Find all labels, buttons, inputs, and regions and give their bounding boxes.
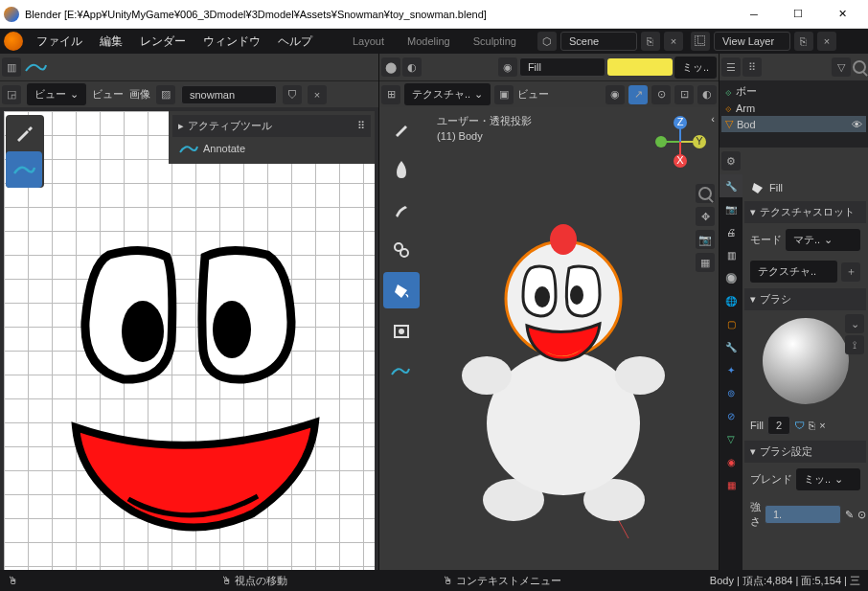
- clone-tool[interactable]: [383, 232, 420, 268]
- 3d-viewport[interactable]: ユーザー・透視投影 (11) Body Z Y X: [379, 107, 719, 591]
- pressure-icon[interactable]: ✎: [845, 509, 854, 521]
- layers-icon[interactable]: ▣: [494, 85, 514, 104]
- image-name-field[interactable]: snowman: [181, 85, 277, 104]
- tab-constraint[interactable]: ⊘: [720, 404, 742, 427]
- draw-tool[interactable]: [383, 111, 420, 148]
- image-browse-icon[interactable]: ▨: [156, 85, 175, 104]
- scene-name[interactable]: Scene: [560, 32, 637, 51]
- search-icon[interactable]: [853, 60, 866, 74]
- annotate-tool-vp[interactable]: [383, 352, 420, 389]
- tab-tool[interactable]: 🔧: [720, 174, 742, 197]
- link-icon[interactable]: ⊙: [857, 509, 866, 521]
- uv-image-menu[interactable]: 画像: [129, 87, 150, 102]
- pan-icon[interactable]: ✥: [696, 207, 715, 226]
- menu-render[interactable]: レンダー: [132, 30, 194, 54]
- tab-scene[interactable]: 🔘: [720, 266, 742, 289]
- tab-data[interactable]: ▽: [720, 427, 742, 450]
- viewport-mode-icon[interactable]: ◐: [402, 57, 422, 77]
- brush-menu-icon[interactable]: ⌄: [845, 314, 864, 333]
- uv-view-dropdown[interactable]: ビュー ⌄: [27, 83, 86, 105]
- tab-object[interactable]: ▢: [720, 312, 742, 335]
- outliner-editor-icon[interactable]: ☰: [721, 57, 741, 77]
- outliner-bone[interactable]: ⟐ボー: [721, 82, 866, 101]
- scene-delete-icon[interactable]: ×: [664, 32, 683, 51]
- tab-world[interactable]: 🌐: [720, 289, 742, 312]
- outliner-body[interactable]: ▽Bod👁: [721, 116, 866, 132]
- camera-icon[interactable]: 📷: [696, 230, 715, 249]
- tab-texture[interactable]: ▦: [720, 473, 742, 496]
- brush-browse-icon[interactable]: ◉: [498, 57, 517, 77]
- sample-tool[interactable]: [6, 115, 42, 151]
- tab-output[interactable]: 🖨: [720, 220, 742, 243]
- scene-new-icon[interactable]: ⎘: [641, 32, 660, 51]
- browse-scene-icon[interactable]: ⬡: [537, 32, 557, 51]
- menu-window[interactable]: ウィンドウ: [195, 30, 268, 54]
- perspective-icon[interactable]: ▦: [696, 253, 715, 272]
- add-texture-icon[interactable]: ＋: [841, 262, 860, 282]
- outliner[interactable]: ⟐ボー ⟐Arm ▽Bod👁: [720, 80, 868, 148]
- minimize-button[interactable]: ─: [732, 0, 776, 29]
- viewlayer-new-icon[interactable]: ⎘: [794, 32, 813, 51]
- active-tool-header[interactable]: ▸ アクティブツール⠿: [172, 115, 371, 137]
- maximize-button[interactable]: ☐: [776, 0, 820, 29]
- tab-modifier[interactable]: 🔧: [720, 335, 742, 358]
- brush-settings-header[interactable]: ▾ ブラシ設定: [744, 441, 866, 463]
- strength-value[interactable]: 1.: [765, 505, 841, 524]
- tab-particles[interactable]: ✦: [720, 358, 742, 381]
- outliner-arm[interactable]: ⟐Arm: [721, 101, 866, 116]
- outliner-display-icon[interactable]: ⠿: [742, 57, 762, 77]
- mask-tool[interactable]: [383, 312, 420, 349]
- smear-tool[interactable]: [383, 192, 420, 228]
- shading-icon[interactable]: ◐: [697, 85, 717, 104]
- editor-type-icon[interactable]: ▥: [2, 57, 21, 77]
- viewport-view-menu[interactable]: ビュー: [517, 87, 549, 102]
- image-unlink-icon[interactable]: ×: [308, 85, 327, 104]
- xray-icon[interactable]: ⊡: [674, 85, 694, 104]
- viewlayer-name[interactable]: View Layer: [714, 32, 790, 51]
- fill-count[interactable]: 2: [767, 416, 790, 435]
- brush-pin-icon[interactable]: ⟟: [845, 335, 864, 354]
- copy-icon[interactable]: ⎘: [809, 420, 815, 431]
- uv-canvas[interactable]: ▸ アクティブツール⠿ Annotate ⤢ ✋: [4, 111, 375, 587]
- soften-tool[interactable]: [383, 151, 420, 188]
- browse-viewlayer-icon[interactable]: ⿺: [691, 32, 710, 51]
- blender-icon[interactable]: [4, 32, 23, 51]
- tab-material[interactable]: ◉: [720, 450, 742, 473]
- texture-slot-header[interactable]: ▾ テクスチャスロット: [744, 201, 866, 223]
- overlay-icon[interactable]: ◉: [605, 85, 625, 104]
- overlay2-icon[interactable]: ⊙: [651, 85, 671, 104]
- stroke-icon[interactable]: [23, 57, 48, 77]
- viewport-corner-icon[interactable]: ⊞: [381, 85, 400, 104]
- unlink-icon[interactable]: ×: [819, 420, 825, 431]
- filter-icon[interactable]: ▽: [832, 57, 851, 77]
- tab-layout[interactable]: Layout: [341, 31, 396, 52]
- tab-physics[interactable]: ⊚: [720, 381, 742, 404]
- props-editor-icon[interactable]: ⚙: [721, 151, 741, 170]
- zoom-icon[interactable]: [696, 184, 715, 203]
- menu-help[interactable]: ヘルプ: [270, 30, 320, 54]
- annotate-row[interactable]: Annotate: [172, 137, 371, 160]
- gizmo-icon[interactable]: ↗: [628, 85, 648, 104]
- tab-render[interactable]: 📷: [720, 197, 742, 220]
- shield-icon[interactable]: ⛉: [283, 85, 302, 104]
- tab-modeling[interactable]: Modeling: [396, 31, 462, 52]
- tab-viewlayer[interactable]: ▥: [720, 243, 742, 266]
- viewport-editor-icon[interactable]: ⬤: [381, 57, 400, 77]
- brush-name[interactable]: Fill: [519, 57, 605, 77]
- tab-sculpting[interactable]: Sculpting: [462, 31, 528, 52]
- texture-dropdown[interactable]: テクスチャ..: [750, 261, 837, 283]
- texture-paint-dropdown[interactable]: テクスチャ.. ⌄: [404, 83, 491, 105]
- annotate-tool[interactable]: [6, 151, 42, 188]
- mode-dropdown[interactable]: マテ.. ⌄: [786, 229, 860, 251]
- collapse-icon[interactable]: ‹: [711, 113, 715, 125]
- uv-corner-icon[interactable]: ◲: [2, 85, 21, 104]
- uv-view-menu[interactable]: ビュー: [92, 87, 124, 102]
- brush-header[interactable]: ▾ ブラシ: [744, 288, 866, 310]
- close-button[interactable]: ✕: [820, 0, 864, 29]
- mix-dropdown[interactable]: ミッ..: [674, 57, 717, 79]
- menu-edit[interactable]: 編集: [92, 30, 130, 54]
- menu-file[interactable]: ファイル: [29, 30, 90, 54]
- fill-tool[interactable]: [383, 272, 420, 308]
- viewlayer-delete-icon[interactable]: ×: [817, 32, 836, 51]
- brush-preview[interactable]: [763, 318, 849, 404]
